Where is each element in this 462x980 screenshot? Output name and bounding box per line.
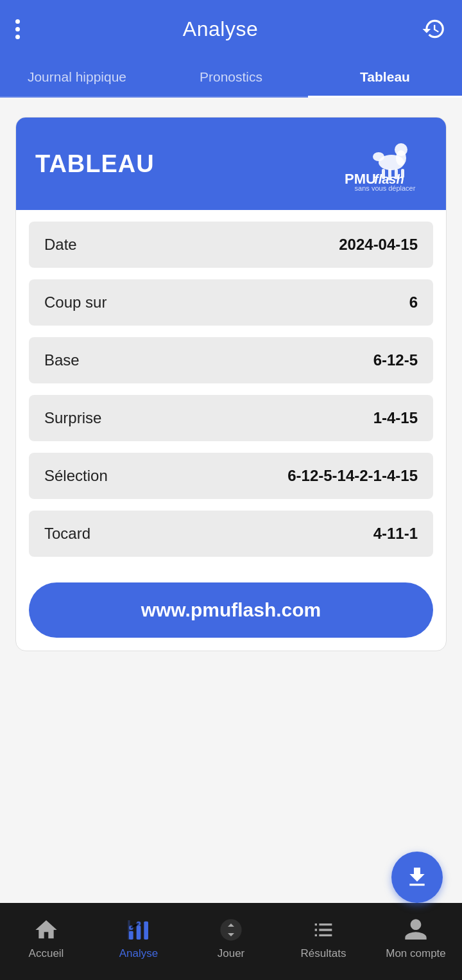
coup-sur-value: 6 [409,293,418,311]
date-row: Date 2024-04-15 [29,222,433,268]
main-content: TABLEAU PMU [0,98,462,903]
nav-resultats[interactable]: Résultats [277,916,370,960]
nav-moncompte[interactable]: Mon compte [370,916,462,960]
nav-moncompte-label: Mon compte [386,947,446,960]
svg-rect-12 [137,925,141,940]
logo-subtext: sans vous déplacer [355,184,416,192]
page-title: Analyse [183,17,258,41]
home-icon [33,916,60,943]
download-fab[interactable] [391,852,443,903]
tabs-bar: Journal hippique Pronostics Tableau [0,58,462,98]
svg-point-3 [373,152,384,161]
download-icon [404,864,430,890]
data-rows-container: Date 2024-04-15 Coup sur 6 Base 6-12-5 S… [16,210,446,568]
tocard-value: 4-11-1 [373,525,418,543]
tocard-label: Tocard [44,525,90,543]
nav-analyse-label: Analyse [119,947,158,960]
nav-analyse[interactable]: Analyse [92,916,185,960]
website-url: www.pmuflash.com [141,599,321,621]
tableau-card: TABLEAU PMU [15,117,447,651]
coup-sur-row: Coup sur 6 [29,279,433,326]
pmu-logo: PMU flash Jouez au PMUB sans vous déplac… [343,136,427,192]
surprise-label: Surprise [44,409,101,427]
website-button[interactable]: www.pmuflash.com [29,582,433,638]
pmu-flash-logo: PMU flash Jouez au PMUB [343,136,427,187]
nav-accueil-label: Accueil [29,947,64,960]
tab-tableau[interactable]: Tableau [308,58,462,96]
surprise-row: Surprise 1-4-15 [29,395,433,441]
nav-jouer[interactable]: Jouer [185,916,277,960]
resultats-icon [310,916,337,943]
base-value: 6-12-5 [373,351,418,369]
card-header-title: TABLEAU [35,150,155,178]
surprise-value: 1-4-15 [373,409,418,427]
selection-row: Sélection 6-12-5-14-2-1-4-15 [29,453,433,499]
menu-dots-button[interactable] [15,19,20,39]
selection-label: Sélection [44,467,108,485]
jouer-icon [218,916,244,943]
tocard-row: Tocard 4-11-1 [29,511,433,557]
nav-accueil[interactable]: Accueil [0,916,92,960]
moncompte-icon [402,916,429,943]
history-button[interactable] [421,16,447,42]
coup-sur-label: Coup sur [44,293,107,311]
card-header: TABLEAU PMU [16,118,446,210]
date-label: Date [44,236,77,254]
tab-pronostics[interactable]: Pronostics [154,58,308,96]
nav-jouer-label: Jouer [218,947,245,960]
nav-resultats-label: Résultats [301,947,346,960]
tab-journal-hippique[interactable]: Journal hippique [0,58,154,96]
svg-rect-13 [144,922,148,940]
base-label: Base [44,351,80,369]
top-bar: Analyse [0,0,462,58]
analyse-icon [125,916,152,943]
base-row: Base 6-12-5 [29,337,433,383]
selection-value: 6-12-5-14-2-1-4-15 [287,467,418,485]
date-value: 2024-04-15 [339,236,418,254]
bottom-nav: Accueil Analyse Jouer [0,903,462,980]
